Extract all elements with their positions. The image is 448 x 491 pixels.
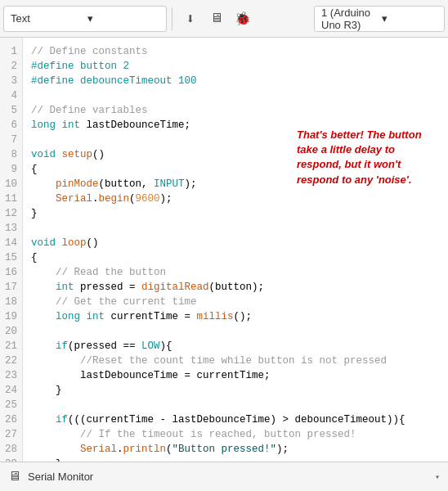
- download-button[interactable]: ⬇: [177, 6, 204, 32]
- line-numbers: 1234567891011121314151617181920212223242…: [0, 38, 23, 462]
- serial-monitor-label: Serial Monitor: [28, 471, 435, 483]
- board-select[interactable]: 1 (Arduino Uno R3) ▾: [314, 6, 445, 32]
- toolbar-divider-1: [172, 7, 172, 30]
- code-content[interactable]: // Define constants#define button 2#defi…: [23, 38, 448, 462]
- board-select-label: 1 (Arduino Uno R3): [321, 7, 377, 31]
- monitor-button[interactable]: 🖥: [204, 6, 230, 32]
- serial-monitor-icon: 🖥: [8, 469, 21, 484]
- text-select[interactable]: Text ▾: [3, 6, 167, 32]
- download-icon: ⬇: [186, 10, 195, 28]
- debug-icon: 🐞: [235, 11, 251, 27]
- board-select-arrow: ▾: [382, 12, 437, 25]
- text-select-arrow: ▾: [87, 12, 159, 25]
- toolbar-right: 1 (Arduino Uno R3) ▾: [314, 6, 445, 32]
- bottom-bar-arrow: ▾: [435, 472, 440, 482]
- text-select-label: Text: [11, 12, 83, 25]
- monitor-icon: 🖥: [210, 11, 223, 26]
- debug-button[interactable]: 🐞: [230, 6, 256, 32]
- bottom-bar[interactable]: 🖥 Serial Monitor ▾: [0, 462, 448, 491]
- toolbar: Text ▾ ⬇ 🖥 🐞 1 (Arduino Uno R3) ▾: [0, 0, 448, 38]
- code-editor: 1234567891011121314151617181920212223242…: [0, 38, 448, 462]
